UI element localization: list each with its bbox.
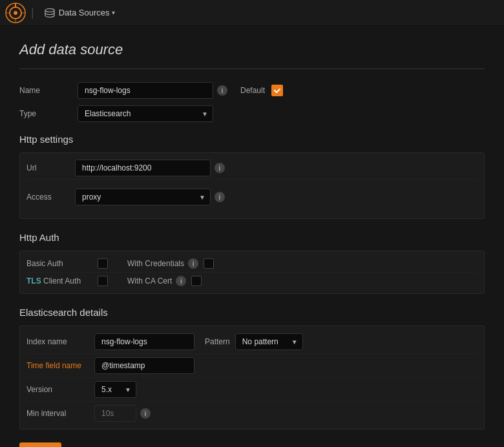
with-ca-cert-group: With CA Cert i	[127, 276, 202, 286]
basic-auth-checkbox[interactable]	[98, 258, 108, 269]
svg-point-7	[45, 8, 54, 12]
access-select-wrap: proxy direct ▼	[75, 189, 211, 205]
access-label: Access	[26, 192, 75, 202]
main-content: Add data source Name i Default Type Elas…	[0, 26, 504, 447]
http-auth-title: Http Auth	[19, 232, 485, 243]
min-interval-input[interactable]	[94, 405, 136, 422]
name-input[interactable]	[78, 82, 213, 99]
pattern-select-wrap: No pattern Daily Weekly Monthly Yearly ▼	[235, 333, 303, 350]
with-credentials-info-icon: i	[188, 258, 198, 269]
type-select-wrap: Elasticsearch ▼	[78, 105, 213, 122]
url-input[interactable]	[75, 160, 211, 176]
nav-separator: |	[31, 6, 34, 19]
datasources-nav-label: Data Sources	[59, 8, 110, 17]
name-info-icon: i	[217, 85, 227, 96]
min-interval-label: Min interval	[26, 409, 94, 418]
time-field-label: Time field name	[26, 361, 94, 370]
index-name-row: Index name Pattern No pattern Daily Week…	[26, 330, 478, 354]
version-row: Version 2.x 5.x 6.x ▼	[26, 378, 478, 402]
es-details-table: Index name Pattern No pattern Daily Week…	[19, 326, 485, 430]
type-select[interactable]: Elasticsearch	[78, 105, 213, 122]
database-icon	[45, 8, 55, 17]
http-settings-title: Http settings	[19, 134, 485, 145]
with-ca-cert-checkbox[interactable]	[191, 276, 202, 286]
tls-auth-row: TLS Client Auth With CA Cert i	[26, 273, 478, 289]
button-row: Add Cancel	[19, 442, 485, 447]
version-label: Version	[26, 385, 94, 394]
nav-dropdown-arrow: ▾	[112, 9, 115, 16]
access-row: Access proxy direct ▼ i	[26, 186, 478, 208]
grafana-logo	[5, 3, 26, 23]
default-label: Default	[240, 86, 265, 95]
with-credentials-checkbox[interactable]	[204, 258, 214, 269]
time-field-row: Time field name	[26, 354, 478, 378]
url-row: Url i	[26, 157, 478, 180]
version-select-wrap: 2.x 5.x 6.x ▼	[94, 381, 136, 398]
name-label: Name	[19, 86, 78, 95]
with-ca-cert-label: With CA Cert	[127, 276, 172, 286]
cancel-button[interactable]: Cancel	[69, 442, 110, 447]
with-ca-cert-info-icon: i	[176, 276, 186, 286]
tls-client-auth-text: Client Auth	[43, 276, 81, 286]
page-title: Add data source	[19, 41, 485, 58]
with-credentials-label: With Credentials	[127, 259, 184, 268]
access-select[interactable]: proxy direct	[75, 189, 211, 205]
auth-table: Basic Auth With Credentials i TLS Client…	[19, 251, 485, 294]
min-interval-row: Min interval i	[26, 402, 478, 425]
es-details-title: Elasticsearch details	[19, 307, 485, 318]
basic-auth-row: Basic Auth With Credentials i	[26, 255, 478, 273]
access-info-icon: i	[215, 192, 225, 202]
min-interval-info-icon: i	[140, 408, 151, 419]
tls-prefix: TLS	[26, 276, 41, 286]
topnav: | Data Sources ▾	[0, 0, 504, 26]
es-details-section: Elasticsearch details Index name Pattern…	[19, 307, 485, 430]
version-select[interactable]: 2.x 5.x 6.x	[94, 381, 136, 398]
url-label: Url	[26, 163, 75, 172]
http-settings-table: Url i Access proxy direct ▼ i	[19, 152, 485, 219]
datasources-nav-button[interactable]: Data Sources ▾	[39, 5, 121, 20]
http-auth-section: Http Auth Basic Auth With Credentials i …	[19, 232, 485, 294]
pattern-label: Pattern	[205, 337, 230, 346]
default-checkbox[interactable]	[271, 85, 283, 96]
basic-auth-label: Basic Auth	[26, 259, 98, 268]
add-button[interactable]: Add	[19, 442, 61, 447]
name-row: Name i Default	[19, 82, 485, 99]
time-field-input[interactable]	[94, 357, 194, 374]
tls-auth-checkbox[interactable]	[98, 276, 108, 286]
index-name-label: Index name	[26, 337, 94, 346]
type-label: Type	[19, 109, 78, 118]
svg-point-2	[14, 11, 17, 15]
type-row: Type Elasticsearch ▼	[19, 105, 485, 122]
default-row: Default	[240, 85, 283, 96]
page-divider	[19, 68, 485, 69]
index-name-input[interactable]	[94, 333, 194, 350]
with-credentials-group: With Credentials i	[127, 258, 214, 269]
pattern-select[interactable]: No pattern Daily Weekly Monthly Yearly	[235, 333, 303, 350]
url-info-icon: i	[215, 163, 225, 173]
tls-auth-label: TLS Client Auth	[26, 276, 98, 286]
